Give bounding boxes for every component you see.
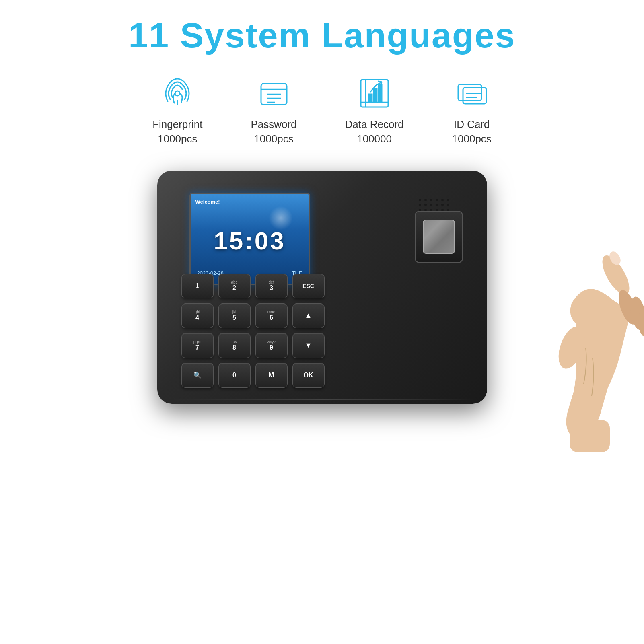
- device-edge-light: [169, 399, 475, 400]
- device-body: Welcome! 15:03 2023-02-28 TUE: [157, 171, 487, 404]
- key-6[interactable]: mno 6: [255, 303, 288, 328]
- main-title: 11 System Languages: [0, 16, 644, 55]
- key-esc[interactable]: ESC: [292, 274, 325, 298]
- svg-rect-9: [369, 94, 372, 102]
- key-down[interactable]: ▼: [292, 333, 325, 358]
- key-3[interactable]: def 3: [255, 274, 288, 298]
- key-2[interactable]: abc 2: [218, 274, 251, 298]
- password-icon: [256, 75, 292, 111]
- scanner-pad: [423, 220, 455, 254]
- key-8[interactable]: tuv 8: [218, 333, 251, 358]
- device-container: Welcome! 15:03 2023-02-28 TUE: [0, 171, 644, 404]
- password-label: Password 1000pcs: [251, 117, 296, 146]
- keypad: 1 abc 2 def 3 ESC ghi 4 jkl 5: [181, 274, 325, 388]
- key-ok[interactable]: OK: [292, 363, 325, 388]
- id-card-icon: [454, 75, 490, 111]
- id-card-label: ID Card 1000pcs: [452, 117, 492, 146]
- svg-point-0: [175, 91, 180, 96]
- fingerprint-label: Fingerprint 1000pcs: [152, 117, 202, 146]
- screen-time: 15:03: [214, 226, 286, 255]
- key-search[interactable]: 🔍: [181, 363, 214, 388]
- svg-rect-11: [379, 84, 382, 102]
- screen-welcome-text: Welcome!: [195, 199, 220, 205]
- features-row: Fingerprint 1000pcs Password 1000pcs: [0, 75, 644, 146]
- device-screen: Welcome! 15:03 2023-02-28 TUE: [189, 193, 310, 285]
- screen-glow: [269, 206, 293, 230]
- feature-id-card: ID Card 1000pcs: [452, 75, 492, 146]
- svg-rect-13: [463, 88, 486, 104]
- key-5[interactable]: jkl 5: [218, 303, 251, 328]
- header-section: 11 System Languages: [0, 0, 644, 55]
- feature-fingerprint: Fingerprint 1000pcs: [152, 75, 202, 146]
- key-1[interactable]: 1: [181, 274, 214, 298]
- key-0[interactable]: 0: [218, 363, 251, 388]
- key-up[interactable]: ▲: [292, 303, 325, 328]
- data-record-icon: [356, 75, 393, 111]
- data-record-label: Data Record 100000: [345, 117, 404, 146]
- svg-rect-10: [374, 88, 377, 102]
- key-7[interactable]: pqrs 7: [181, 333, 214, 358]
- key-9[interactable]: wxyz 9: [255, 333, 288, 358]
- hand-illustration: [515, 243, 644, 452]
- svg-rect-21: [570, 420, 610, 452]
- screen-content: Welcome! 15:03 2023-02-28 TUE: [191, 194, 309, 284]
- fingerprint-scanner-hardware[interactable]: [415, 211, 463, 263]
- feature-password: Password 1000pcs: [251, 75, 296, 146]
- key-m[interactable]: M: [255, 363, 288, 388]
- feature-data-record: Data Record 100000: [345, 75, 404, 146]
- key-4[interactable]: ghi 4: [181, 303, 214, 328]
- svg-rect-12: [458, 84, 481, 101]
- fingerprint-icon: [159, 75, 195, 111]
